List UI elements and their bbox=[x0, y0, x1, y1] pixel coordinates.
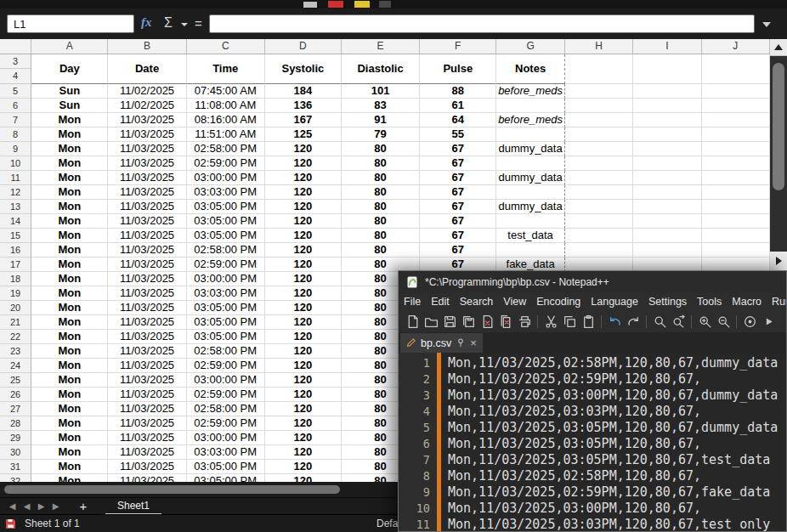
cell-G10[interactable] bbox=[496, 156, 564, 171]
cell-F7[interactable]: 64 bbox=[420, 113, 496, 127]
cell-J8[interactable] bbox=[702, 127, 770, 142]
menu-file[interactable]: File bbox=[399, 293, 426, 311]
cell-A12[interactable]: Mon bbox=[31, 185, 108, 200]
cell-C11[interactable]: 03:00:00 PM bbox=[187, 171, 265, 185]
column-header-I[interactable]: I bbox=[633, 39, 701, 54]
cell-J14[interactable] bbox=[702, 214, 770, 229]
cell-A29[interactable]: Mon bbox=[31, 431, 108, 445]
cell-B28[interactable]: 11/03/2025 bbox=[108, 416, 186, 431]
column-header-C[interactable]: C bbox=[187, 39, 265, 54]
zoom-out-icon[interactable] bbox=[716, 314, 731, 329]
cell-C27[interactable]: 02:58:00 PM bbox=[187, 402, 265, 416]
cell-A24[interactable]: Mon bbox=[31, 359, 108, 373]
save-file-icon[interactable] bbox=[443, 314, 457, 329]
cell-B24[interactable]: 11/03/2025 bbox=[108, 359, 186, 373]
cell-A21[interactable]: Mon bbox=[31, 315, 108, 330]
table-header-date[interactable]: Date bbox=[108, 54, 186, 84]
row-header-22[interactable]: 22 bbox=[0, 330, 31, 344]
cell-E14[interactable]: 80 bbox=[342, 214, 420, 229]
cell-C18[interactable]: 03:00:00 PM bbox=[187, 272, 265, 286]
cell-F10[interactable]: 67 bbox=[420, 156, 496, 171]
close-file-icon[interactable] bbox=[480, 314, 495, 329]
cell-D21[interactable]: 120 bbox=[265, 315, 342, 330]
cell-F12[interactable]: 67 bbox=[420, 185, 496, 200]
line-number[interactable]: 9 bbox=[399, 484, 437, 501]
cell-D11[interactable]: 120 bbox=[265, 171, 342, 185]
row-header-24[interactable]: 24 bbox=[0, 359, 31, 373]
text-editor[interactable]: 1Mon,11/03/2025,02:58PM,120,80,67,dummy_… bbox=[399, 353, 786, 531]
cell-A8[interactable]: Mon bbox=[31, 127, 108, 142]
open-file-icon[interactable] bbox=[424, 314, 439, 329]
save-all-icon[interactable] bbox=[461, 314, 476, 329]
cell-B12[interactable]: 11/03/2025 bbox=[108, 185, 186, 200]
cell-I14[interactable] bbox=[633, 214, 701, 229]
column-header-J[interactable]: J bbox=[702, 39, 770, 54]
cell-B27[interactable]: 11/03/2025 bbox=[108, 402, 186, 416]
cell-A32[interactable]: Mon bbox=[31, 474, 108, 482]
window-titlebar[interactable]: *C:\Programming\bp\bp.csv - Notepad++ bbox=[399, 271, 786, 293]
cell-B19[interactable]: 11/03/2025 bbox=[108, 286, 186, 301]
cell-B9[interactable]: 11/03/2025 bbox=[108, 142, 186, 156]
cell-C30[interactable]: 03:03:00 PM bbox=[187, 445, 265, 460]
cell-D15[interactable]: 120 bbox=[265, 229, 342, 243]
close-all-icon[interactable] bbox=[499, 314, 513, 329]
cell-D20[interactable]: 120 bbox=[265, 301, 342, 315]
cell-I10[interactable] bbox=[633, 156, 701, 171]
cell-C24[interactable]: 02:59:00 PM bbox=[187, 359, 265, 373]
cell-A10[interactable]: Mon bbox=[31, 156, 108, 171]
cell-D27[interactable]: 120 bbox=[265, 402, 342, 416]
cell-J16[interactable] bbox=[702, 243, 770, 258]
line-number[interactable]: 6 bbox=[399, 436, 437, 452]
cell-C6[interactable]: 11:08:00 AM bbox=[187, 99, 265, 113]
cell-D19[interactable]: 120 bbox=[265, 286, 342, 301]
cell-G7[interactable]: before_meds bbox=[496, 113, 564, 127]
menu-settings[interactable]: Settings bbox=[643, 293, 692, 311]
cell-F13[interactable]: 67 bbox=[420, 200, 496, 214]
column-header-G[interactable]: G bbox=[496, 39, 564, 54]
cell-H12[interactable] bbox=[565, 185, 633, 200]
line-text[interactable]: Mon,11/03/2025,03:05PM,120,80,67,test_da… bbox=[437, 452, 770, 468]
row-header-17[interactable]: 17 bbox=[0, 258, 31, 272]
cell-H6[interactable] bbox=[565, 99, 633, 113]
cell-F16[interactable]: 67 bbox=[420, 243, 496, 258]
line-number[interactable]: 2 bbox=[399, 371, 437, 388]
row-header-25[interactable]: 25 bbox=[0, 373, 31, 388]
row-header-5[interactable]: 5 bbox=[0, 84, 31, 99]
cell-B15[interactable]: 11/03/2025 bbox=[108, 229, 186, 243]
menu-tools[interactable]: Tools bbox=[692, 293, 727, 311]
cell-C17[interactable]: 02:59:00 PM bbox=[187, 258, 265, 272]
zoom-in-icon[interactable] bbox=[698, 314, 712, 329]
row-header-6[interactable]: 6 bbox=[0, 99, 31, 113]
cell-B21[interactable]: 11/03/2025 bbox=[108, 315, 186, 330]
cell-D5[interactable]: 184 bbox=[265, 84, 342, 99]
line-text[interactable]: Mon,11/03/2025,03:03PM,120,80,67,test_on… bbox=[437, 517, 770, 531]
cell-D23[interactable]: 120 bbox=[265, 344, 342, 359]
menu-search[interactable]: Search bbox=[455, 293, 499, 311]
cell-H16[interactable] bbox=[565, 243, 633, 258]
row-header-18[interactable]: 18 bbox=[0, 272, 31, 286]
row-header-19[interactable]: 19 bbox=[0, 286, 31, 301]
row-header-30[interactable]: 30 bbox=[0, 445, 31, 460]
cell-E16[interactable]: 80 bbox=[342, 243, 420, 258]
cell-H7[interactable] bbox=[565, 113, 633, 127]
cell-G12[interactable] bbox=[496, 185, 564, 200]
cell-B5[interactable]: 11/02/2025 bbox=[108, 84, 186, 99]
cell-C7[interactable]: 08:16:00 AM bbox=[187, 113, 265, 127]
menu-view[interactable]: View bbox=[498, 293, 531, 311]
row-header-7[interactable]: 7 bbox=[0, 113, 31, 127]
cell-I5[interactable] bbox=[633, 84, 701, 99]
copy-icon[interactable] bbox=[563, 314, 577, 329]
row-header-23[interactable]: 23 bbox=[0, 344, 31, 359]
cell-D17[interactable]: 120 bbox=[265, 258, 342, 272]
cell-D18[interactable]: 120 bbox=[265, 272, 342, 286]
table-header-empty[interactable] bbox=[633, 54, 701, 84]
cell-B23[interactable]: 11/03/2025 bbox=[108, 344, 186, 359]
expand-formula-bar-icon[interactable] bbox=[762, 22, 771, 27]
column-header-A[interactable]: A bbox=[31, 39, 108, 54]
cell-E10[interactable]: 80 bbox=[342, 156, 420, 171]
cell-A23[interactable]: Mon bbox=[31, 344, 108, 359]
cell-F8[interactable]: 55 bbox=[420, 127, 496, 142]
last-sheet-icon[interactable]: ▶ bbox=[48, 501, 63, 511]
line-text[interactable]: Mon,11/03/2025,02:59PM,120,80,67, bbox=[437, 371, 701, 388]
cell-D22[interactable]: 120 bbox=[265, 330, 342, 344]
